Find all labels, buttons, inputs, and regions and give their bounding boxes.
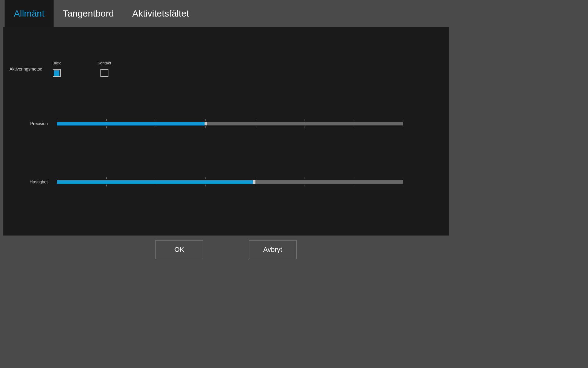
cancel-button[interactable]: Avbryt [249, 240, 296, 259]
activation-label: Aktiveringsmetod [9, 67, 52, 71]
activation-row: Aktiveringsmetod Blick Kontakt [9, 61, 111, 77]
content-panel: Aktiveringsmetod Blick Kontakt Precision… [3, 27, 449, 236]
radio-box-blick[interactable] [53, 69, 61, 77]
precision-label: Precision [9, 121, 57, 126]
ok-button[interactable]: OK [156, 240, 203, 259]
footer: OK Avbryt [0, 240, 452, 259]
precision-slider-thumb[interactable] [205, 122, 207, 125]
activation-radio-group: Blick Kontakt [52, 61, 111, 77]
radio-option-kontakt: Kontakt [97, 61, 111, 77]
speed-slider-fill [57, 180, 254, 184]
radio-box-kontakt[interactable] [100, 69, 108, 77]
precision-slider-fill [57, 122, 206, 125]
precision-slider-container [57, 117, 403, 130]
speed-row: Hastighet [9, 176, 403, 188]
precision-row: Precision [9, 117, 403, 130]
radio-label-blick: Blick [52, 61, 61, 65]
radio-option-blick: Blick [52, 61, 61, 77]
speed-label: Hastighet [9, 179, 57, 184]
tab-activity-field[interactable]: Aktivitetsfältet [123, 0, 198, 27]
tabs-container: Allmänt Tangentbord Aktivitetsfältet [0, 0, 452, 27]
tab-general[interactable]: Allmänt [5, 0, 54, 27]
speed-slider[interactable] [57, 180, 403, 184]
speed-slider-thumb[interactable] [253, 180, 255, 184]
radio-label-kontakt: Kontakt [97, 61, 111, 65]
precision-slider[interactable] [57, 122, 403, 125]
speed-slider-container [57, 176, 403, 188]
tab-keyboard[interactable]: Tangentbord [54, 0, 123, 27]
